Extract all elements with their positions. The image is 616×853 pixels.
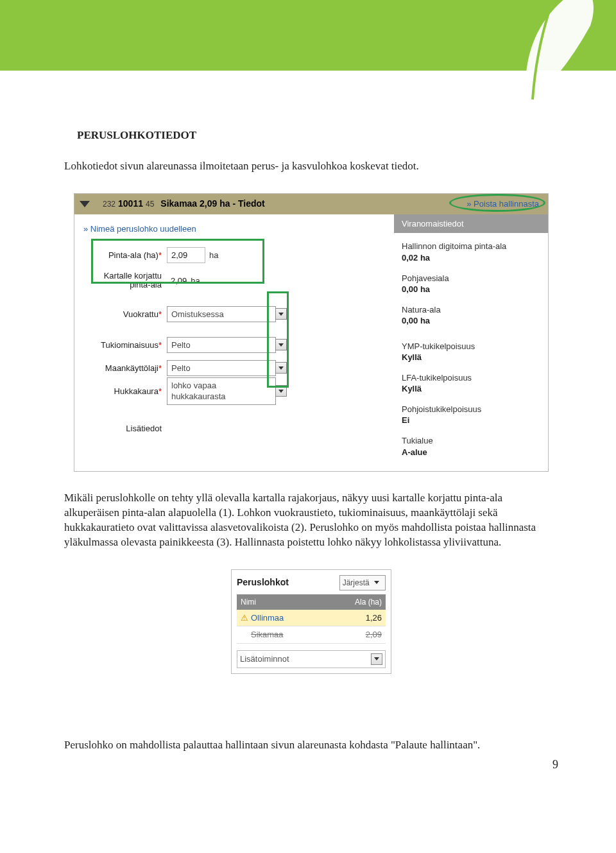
paragraph-intro: Lohkotiedot sivun alareunassa ilmoitetaa…: [64, 159, 558, 174]
maankayttolaji-select[interactable]: Pelto: [167, 360, 276, 377]
rename-link[interactable]: » Nimeä peruslohko uudelleen: [83, 223, 385, 235]
row-maankayttolaji: Maankäyttölaji* Pelto: [83, 359, 385, 377]
parcel-list-title: Peruslohkot: [237, 576, 289, 589]
row-tukiominaisuus: Tukiominaisuus* Pelto: [83, 336, 385, 354]
tukiominaisuus-select[interactable]: Pelto: [167, 337, 276, 354]
parcel-title: Sikamaa 2,09 ha - Tiedot: [160, 198, 264, 210]
code-suffix: 45: [146, 199, 154, 209]
document-page: PERUSLOHKOTIEDOT Lohkotiedot sivun alare…: [0, 0, 616, 785]
vuokrattu-select[interactable]: Omistuksessa: [167, 306, 276, 323]
list-item[interactable]: Sikamaa 2,09: [237, 626, 386, 644]
row-lisatiedot: Lisätiedot: [83, 419, 385, 437]
code-prefix: 232: [103, 199, 116, 209]
highlight-box-1: [91, 239, 264, 284]
hukkakaura-select[interactable]: lohko vapaa hukkakaurasta: [167, 377, 276, 405]
authority-info-panel: Viranomaistiedot Hallinnon digitoima pin…: [394, 214, 548, 471]
collapse-icon[interactable]: [80, 201, 90, 207]
list-actions-select[interactable]: Lisätoiminnot: [237, 650, 386, 668]
sort-select[interactable]: Järjestä: [339, 575, 386, 590]
code-main: 10011: [118, 198, 143, 210]
paragraph-restore: Peruslohko on mahdollista palauttaa hall…: [64, 738, 558, 753]
panel-header: 232 10011 45 Sikamaa 2,09 ha - Tiedot » …: [74, 194, 548, 214]
paragraph-explanation: Mikäli peruslohkolle on tehty yllä oleva…: [64, 491, 558, 550]
row-vuokrattu: Vuokrattu* Omistuksessa: [83, 305, 385, 323]
highlight-box-2: [267, 291, 289, 388]
page-number: 9: [552, 757, 558, 772]
row-hukkakaura: Hukkakaura* lohko vapaa hukkakaurasta: [83, 382, 385, 400]
warning-icon: ⚠: [241, 613, 248, 623]
list-item[interactable]: ⚠Ollinmaa 1,26: [237, 610, 386, 627]
authority-info-title: Viranomaistiedot: [394, 214, 548, 234]
parcel-list-screenshot: Peruslohkot Järjestä Nimi Ala (ha) ⚠Olli…: [231, 569, 391, 674]
list-column-headers: Nimi Ala (ha): [237, 594, 386, 610]
section-heading: PERUSLOHKOTIEDOT: [77, 128, 558, 143]
form-screenshot: 232 10011 45 Sikamaa 2,09 ha - Tiedot » …: [74, 193, 549, 472]
highlight-oval: [449, 194, 545, 212]
